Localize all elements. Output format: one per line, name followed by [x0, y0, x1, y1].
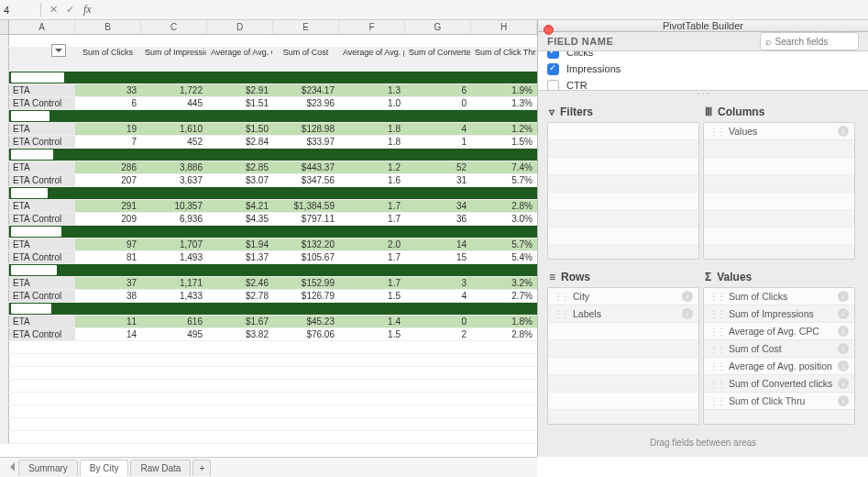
- cell[interactable]: [9, 418, 75, 430]
- rows-area[interactable]: ⋮⋮Cityi⋮⋮Labelsi: [547, 287, 699, 425]
- cell[interactable]: [207, 367, 273, 379]
- info-icon[interactable]: i: [682, 308, 693, 319]
- cell[interactable]: [471, 264, 537, 276]
- cell[interactable]: [273, 393, 339, 405]
- cell[interactable]: [471, 405, 537, 417]
- cell[interactable]: $2.84: [207, 136, 273, 148]
- cell[interactable]: ETA Control: [9, 174, 75, 186]
- cell[interactable]: [141, 226, 207, 238]
- cell[interactable]: ETA Control: [9, 328, 75, 340]
- area-item[interactable]: ⋮⋮Valuesi: [704, 123, 854, 140]
- cell[interactable]: [339, 187, 405, 199]
- cell[interactable]: [9, 405, 75, 417]
- cell[interactable]: [9, 110, 75, 122]
- cell[interactable]: [141, 303, 207, 315]
- cell[interactable]: 7: [75, 136, 141, 148]
- drag-handle-icon[interactable]: ⋮⋮: [709, 292, 724, 302]
- cell[interactable]: [141, 393, 207, 405]
- area-item[interactable]: ⋮⋮Sum of Costi: [704, 340, 854, 358]
- cell[interactable]: [339, 149, 405, 161]
- cell[interactable]: [339, 303, 405, 315]
- cell[interactable]: [207, 187, 273, 199]
- cell[interactable]: 4: [405, 123, 471, 135]
- cell[interactable]: [75, 341, 141, 353]
- cell[interactable]: [207, 431, 273, 443]
- cell[interactable]: [273, 110, 339, 122]
- drag-handle-icon[interactable]: ⋮⋮: [709, 344, 724, 354]
- cell[interactable]: [471, 354, 537, 366]
- cell[interactable]: $1.94: [207, 238, 273, 250]
- cell[interactable]: [207, 380, 273, 392]
- cell[interactable]: 1.2: [339, 161, 405, 173]
- cell[interactable]: [405, 226, 471, 238]
- cell[interactable]: [141, 367, 207, 379]
- cell[interactable]: 616: [141, 316, 207, 327]
- area-item[interactable]: ⋮⋮Sum of Converted clicksi: [704, 375, 854, 393]
- cell[interactable]: 495: [141, 328, 207, 340]
- cell[interactable]: $2.78: [207, 290, 273, 302]
- cell[interactable]: [273, 380, 339, 392]
- cell[interactable]: [273, 431, 339, 443]
- cell[interactable]: [339, 380, 405, 392]
- cell[interactable]: $3.07: [207, 174, 273, 186]
- cell[interactable]: 1.3%: [471, 97, 537, 109]
- cell[interactable]: [141, 187, 207, 199]
- cell[interactable]: [405, 367, 471, 379]
- cell[interactable]: 1.7: [339, 200, 405, 212]
- filters-area[interactable]: [547, 122, 699, 260]
- field-list[interactable]: ClicksImpressionsCTRAvg. CPCCostAvg. pos…: [538, 51, 868, 91]
- cell[interactable]: 3: [405, 277, 471, 289]
- cell[interactable]: $2.46: [207, 277, 273, 289]
- info-icon[interactable]: i: [838, 291, 849, 302]
- cell[interactable]: [273, 187, 339, 199]
- name-box[interactable]: 4: [0, 5, 37, 16]
- cell[interactable]: 3,637: [141, 174, 207, 186]
- cell[interactable]: [9, 367, 75, 379]
- cell[interactable]: [141, 431, 207, 443]
- drag-handle-icon[interactable]: ⋮⋮: [709, 379, 724, 389]
- cell[interactable]: [75, 303, 141, 315]
- cell[interactable]: Average of Avg. CPC: [207, 48, 273, 71]
- cell[interactable]: $347.56: [273, 174, 339, 186]
- cell[interactable]: [9, 226, 75, 238]
- cell[interactable]: [207, 341, 273, 353]
- area-item[interactable]: ⋮⋮Average of Avg. positioni: [704, 358, 854, 375]
- cell[interactable]: 1.7: [339, 251, 405, 263]
- cell[interactable]: ETA: [9, 238, 75, 250]
- column-header[interactable]: E: [273, 20, 339, 34]
- cell[interactable]: 1.9%: [471, 84, 537, 96]
- fx-icon[interactable]: fx: [78, 3, 97, 17]
- cell[interactable]: ETA: [9, 84, 75, 96]
- cell[interactable]: 2.0: [339, 238, 405, 250]
- cell[interactable]: [405, 380, 471, 392]
- cell[interactable]: 1.4: [339, 316, 405, 327]
- cell[interactable]: [9, 149, 75, 161]
- info-icon[interactable]: i: [838, 378, 849, 389]
- cell[interactable]: 7.4%: [471, 161, 537, 173]
- info-icon[interactable]: i: [838, 343, 849, 354]
- cell[interactable]: 5.7%: [471, 238, 537, 250]
- cell[interactable]: [207, 149, 273, 161]
- search-fields-input[interactable]: ⌕: [760, 32, 859, 50]
- cell[interactable]: 6,936: [141, 213, 207, 225]
- cell[interactable]: [471, 418, 537, 430]
- cell[interactable]: [141, 405, 207, 417]
- cell[interactable]: [9, 341, 75, 353]
- cell[interactable]: [405, 110, 471, 122]
- cell[interactable]: [207, 226, 273, 238]
- cell[interactable]: $126.79: [273, 290, 339, 302]
- checkbox[interactable]: [547, 51, 559, 59]
- cell[interactable]: 2.7%: [471, 290, 537, 302]
- cell[interactable]: [339, 405, 405, 417]
- cell[interactable]: $132.20: [273, 238, 339, 250]
- cell[interactable]: $1.50: [207, 123, 273, 135]
- column-header[interactable]: G: [405, 20, 471, 34]
- cell[interactable]: [339, 431, 405, 443]
- cell[interactable]: $2.91: [207, 84, 273, 96]
- drag-handle-icon[interactable]: ⋮⋮: [709, 309, 724, 319]
- cell[interactable]: [339, 367, 405, 379]
- cell[interactable]: 81: [75, 251, 141, 263]
- cell[interactable]: 31: [405, 174, 471, 186]
- cell[interactable]: 209: [75, 213, 141, 225]
- cell[interactable]: 445: [141, 97, 207, 109]
